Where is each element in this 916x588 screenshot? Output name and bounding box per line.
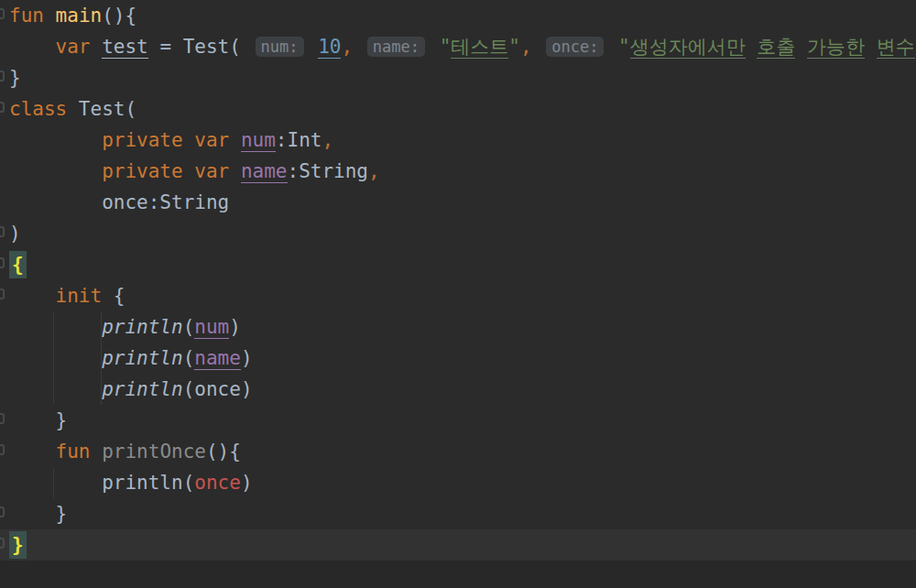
fold-marker-icon[interactable] [0,257,5,268]
code-token: printOnce [102,441,206,463]
code-token [353,36,365,58]
code-token [9,129,102,151]
code-token: (){ [102,5,136,27]
code-line[interactable]: private var num:Int, [0,125,916,156]
code-token: ) [241,347,253,369]
code-line[interactable]: private var name:String, [0,156,916,187]
code-token: Test( [67,98,136,120]
code-token: " [618,36,630,58]
code-token: println [102,347,183,369]
code-token: ) [9,223,21,245]
code-line[interactable]: ) [0,218,916,249]
code-token: test [102,36,148,59]
code-line[interactable]: fun main(){ [0,0,916,31]
code-line[interactable]: { [0,249,916,280]
code-token: class [9,98,67,120]
code-token: fun [56,441,91,463]
editor-bottom-area [0,561,916,588]
code-token: var [194,129,229,151]
fold-marker-icon[interactable] [0,444,5,455]
code-token: 가능한 [807,36,865,59]
code-line[interactable]: } [0,405,916,436]
code-token: ) [241,472,253,494]
fold-marker-icon[interactable] [0,226,5,237]
code-token: ( [183,347,195,369]
code-line[interactable]: } [0,498,916,529]
code-token: name [194,347,241,370]
code-token: main [56,5,103,27]
code-token [229,160,241,182]
code-token [428,36,440,58]
code-line[interactable]: var test = Test( num: 10, name: "테스트", o… [0,31,916,62]
code-token: } [56,409,68,431]
code-token [44,5,56,27]
code-token: println( [102,472,194,494]
code-token: :String [288,160,369,182]
code-token [229,129,241,151]
fold-marker-icon[interactable] [0,289,5,299]
code-token: " [440,36,452,58]
code-token [606,36,618,58]
indent-guide [53,311,54,405]
code-token: (){ [206,441,241,463]
code-line[interactable]: println(once) [0,467,916,498]
code-token: var [194,160,229,182]
code-token [9,191,102,213]
code-token: fun [9,5,44,27]
code-token: var [56,36,91,58]
code-token [9,347,102,369]
code-token: " [508,36,520,58]
code-token: 호출 [757,36,795,59]
code-token: once [194,472,241,494]
code-line[interactable]: class Test( [0,93,916,125]
fold-marker-icon[interactable] [0,538,5,549]
code-token: = Test( [148,36,241,58]
code-line[interactable]: once:String [0,187,916,218]
code-token: , [322,129,333,151]
code-token [91,441,103,463]
code-token: , [368,160,380,182]
fold-marker-icon[interactable] [0,71,5,82]
code-token: } [56,503,68,525]
fold-marker-icon[interactable] [0,413,5,424]
code-token [9,316,102,338]
code-token: 생성자에서만 [630,36,746,59]
code-line[interactable]: println(once) [0,374,916,405]
code-line[interactable]: init { [0,280,916,311]
code-token: println [102,378,183,400]
code-token: private [102,129,183,151]
parameter-hint-badge[interactable]: once: [546,37,604,57]
matched-brace: { [9,251,27,278]
code-token: 10 [318,36,341,59]
code-token: (once) [183,378,253,400]
code-token [532,36,544,58]
code-line[interactable]: } [0,62,916,93]
code-line[interactable]: fun printOnce(){ [0,436,916,467]
code-line[interactable]: } [0,529,916,561]
code-token: 변수 [877,36,915,59]
code-token [9,441,56,463]
code-token [865,36,877,58]
code-token [9,160,102,182]
parameter-hint-badge[interactable]: num: [256,37,304,57]
code-token: once:String [102,191,229,213]
parameter-hint-badge[interactable]: name: [367,37,425,57]
code-line[interactable]: println(name) [0,343,916,374]
code-token: :Int [276,129,322,151]
code-line[interactable]: println(num) [0,311,916,343]
code-lines: fun main(){ var test = Test( num: 10, na… [0,0,916,561]
code-token [746,36,758,58]
code-token [9,409,56,431]
code-token: , [341,36,353,58]
code-token [9,36,56,58]
code-token: private [102,160,183,182]
fold-marker-icon[interactable] [0,506,5,517]
fold-marker-icon[interactable] [0,102,5,113]
code-token: 테스트 [451,36,508,59]
code-token [183,160,195,182]
code-token: println [102,316,183,338]
code-editor[interactable]: fun main(){ var test = Test( num: 10, na… [0,0,916,561]
code-token [183,129,195,151]
fold-marker-icon[interactable] [0,8,5,19]
code-token [91,36,103,58]
